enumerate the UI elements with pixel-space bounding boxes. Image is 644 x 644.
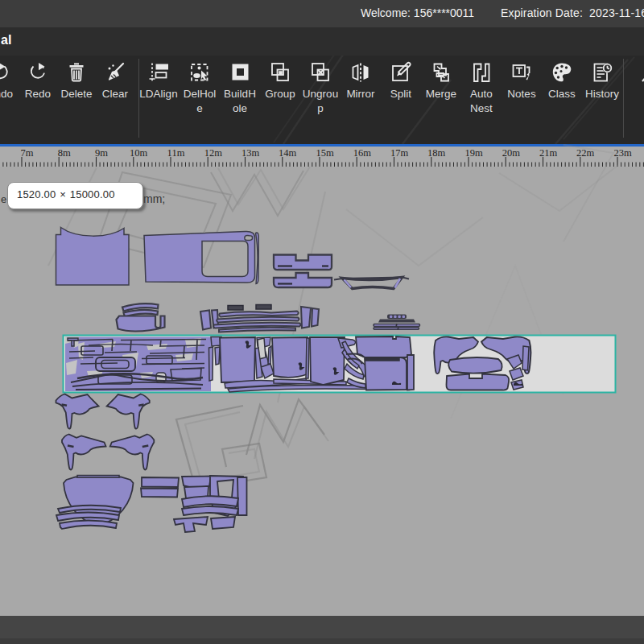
svg-text:9m: 9m (95, 147, 108, 159)
svg-text:13m: 13m (242, 147, 260, 159)
svg-text:16m: 16m (353, 147, 372, 159)
svg-text:14m: 14m (279, 147, 297, 159)
svg-text:18m: 18m (427, 147, 446, 159)
svg-text:12m: 12m (204, 147, 223, 159)
svg-text:15m: 15m (316, 147, 334, 159)
svg-text:10m: 10m (130, 147, 148, 159)
svg-text:17m: 17m (390, 147, 409, 159)
svg-text:8m: 8m (58, 147, 71, 159)
svg-text:23m: 23m (613, 147, 632, 159)
svg-text:22m: 22m (576, 147, 595, 159)
svg-text:21m: 21m (539, 147, 558, 159)
svg-text:20m: 20m (502, 147, 521, 159)
svg-text:19m: 19m (464, 147, 483, 159)
svg-text:11m: 11m (167, 147, 185, 159)
svg-text:7m: 7m (21, 147, 34, 159)
